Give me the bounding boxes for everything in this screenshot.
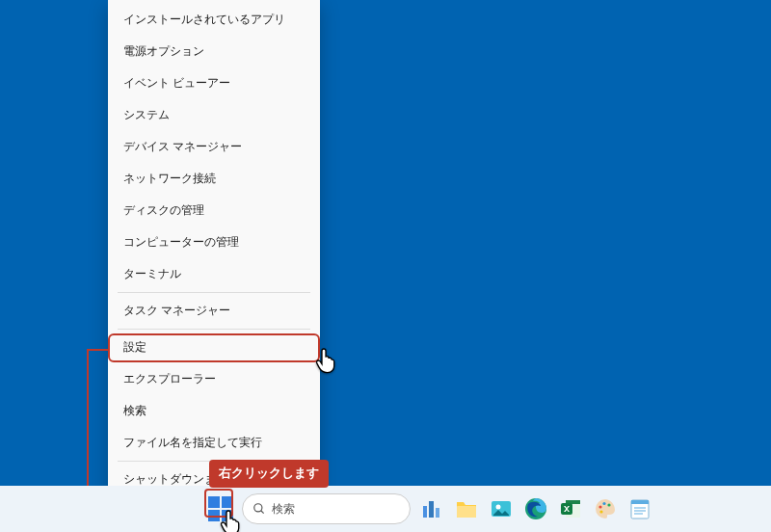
taskbar-notepad-button[interactable] [626,495,653,522]
taskbar-search-box[interactable]: 検索 [242,493,411,524]
hand-cursor-icon [314,346,341,379]
taskbar-widgets-button[interactable] [418,495,445,522]
annotation-callout: 右クリックします [209,460,329,488]
search-icon [253,502,266,516]
menu-item-device-manager[interactable]: デバイス マネージャー [108,131,320,163]
photos-icon [490,498,513,519]
menu-item-system[interactable]: システム [108,99,320,131]
taskbar-excel-button[interactable] [557,495,584,522]
taskbar-photos-button[interactable] [488,495,515,522]
menu-item-task-manager[interactable]: タスク マネージャー [108,295,320,327]
menu-separator [118,292,310,293]
svg-point-13 [602,502,605,505]
menu-item-terminal[interactable]: ターミナル [108,258,320,290]
taskbar-explorer-button[interactable] [453,495,480,522]
svg-rect-17 [631,500,649,504]
svg-point-12 [598,505,601,508]
svg-rect-2 [423,506,427,518]
menu-item-run[interactable]: ファイル名を指定して実行 [108,427,320,459]
search-placeholder: 検索 [272,501,295,518]
excel-icon [559,497,582,520]
winx-context-menu: インストールされているアプリ 電源オプション イベント ビューアー システム デ… [108,0,320,532]
menu-item-computer-management[interactable]: コンピューターの管理 [108,226,320,258]
menu-item-explorer[interactable]: エクスプローラー [108,363,320,395]
svg-rect-5 [457,506,476,518]
svg-point-7 [496,505,501,510]
svg-point-15 [599,510,602,513]
svg-point-0 [254,504,262,512]
palette-icon [594,497,617,520]
menu-item-search[interactable]: 検索 [108,395,320,427]
annotation-line [87,349,110,351]
menu-item-power-options[interactable]: 電源オプション [108,36,320,67]
menu-item-disk-management[interactable]: ディスクの管理 [108,195,320,226]
buildings-icon [420,497,443,520]
taskbar-paint-button[interactable] [592,495,619,522]
hand-cursor-icon [219,508,246,532]
taskbar: 検索 [0,486,771,532]
menu-separator [118,329,310,330]
folder-icon [455,498,478,519]
annotation-line [87,349,89,501]
svg-rect-3 [429,501,434,518]
menu-item-network-connections[interactable]: ネットワーク接続 [108,163,320,195]
edge-icon [524,497,547,520]
taskbar-edge-button[interactable] [522,495,549,522]
menu-item-installed-apps[interactable]: インストールされているアプリ [108,4,320,36]
menu-item-settings[interactable]: 設定 [108,332,320,363]
notepad-icon [629,497,651,520]
svg-point-14 [607,503,610,506]
svg-line-1 [261,511,264,514]
menu-item-event-viewer[interactable]: イベント ビューアー [108,67,320,99]
svg-rect-4 [436,508,439,518]
